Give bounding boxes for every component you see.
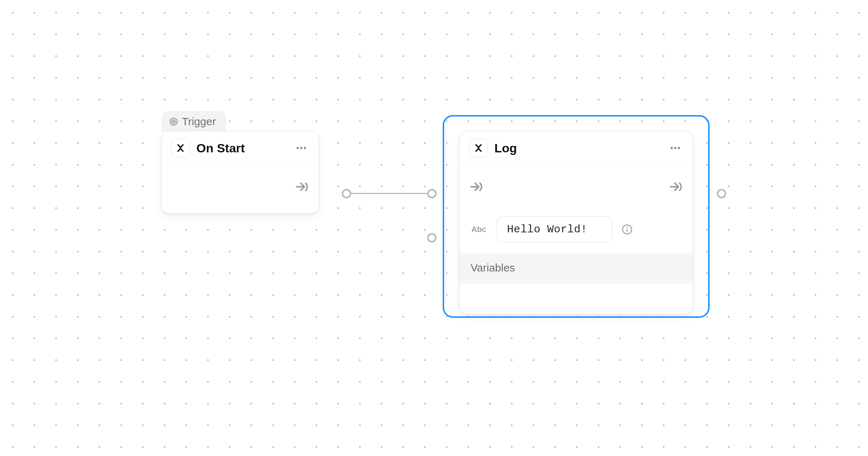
svg-point-6 [671, 147, 673, 149]
port-log-flow-out[interactable] [717, 189, 726, 198]
svg-point-5 [304, 147, 306, 149]
port-on-start-out[interactable] [342, 189, 351, 198]
svg-point-11 [626, 227, 627, 228]
svg-point-3 [297, 147, 299, 149]
node-log[interactable]: Log Abc Hello World! [459, 131, 693, 314]
port-log-flow-in[interactable] [427, 189, 437, 198]
node-log-menu-button[interactable] [667, 140, 683, 156]
edge-start-to-log[interactable] [351, 193, 427, 194]
app-logo-icon [171, 139, 190, 157]
node-on-start-menu-button[interactable] [293, 140, 309, 156]
variables-section-header[interactable]: Variables [460, 253, 693, 283]
svg-point-8 [678, 147, 680, 149]
node-on-start[interactable]: On Start [161, 131, 319, 214]
node-log-io-row [460, 165, 693, 208]
flow-out-icon [295, 180, 309, 194]
app-logo-icon [469, 139, 488, 157]
node-on-start-header: On Start [162, 131, 319, 165]
variables-label: Variables [471, 262, 515, 274]
trigger-tag: Trigger [162, 111, 226, 131]
log-message-input[interactable]: Hello World! [497, 216, 612, 242]
param-info-button[interactable] [620, 223, 634, 236]
svg-point-4 [300, 147, 302, 149]
svg-point-7 [674, 147, 676, 149]
node-canvas[interactable]: Trigger On Start [0, 0, 868, 456]
node-on-start-body [162, 165, 319, 208]
svg-point-2 [173, 121, 174, 122]
flow-out-icon [669, 180, 683, 194]
trigger-tag-label: Trigger [182, 115, 216, 128]
node-on-start-title: On Start [196, 141, 287, 155]
flow-in-icon [469, 180, 484, 194]
node-log-header: Log [460, 131, 693, 165]
node-log-title: Log [494, 141, 661, 155]
target-icon [169, 117, 178, 126]
param-type-string-label: Abc [469, 225, 489, 234]
node-log-param-row: Abc Hello World! [460, 208, 693, 253]
port-log-param-in[interactable] [427, 233, 437, 242]
